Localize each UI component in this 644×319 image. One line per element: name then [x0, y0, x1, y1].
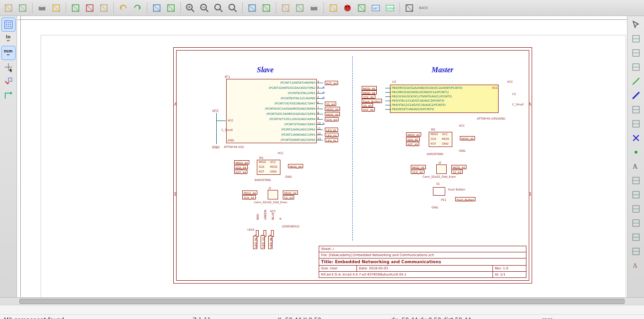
- library-editor-icon[interactable]: [279, 1, 292, 15]
- s1-net[interactable]: Push_Button: [455, 197, 475, 201]
- svg-text:BOM: BOM: [387, 7, 394, 10]
- navigate-hierarchy-icon[interactable]: [246, 1, 259, 15]
- ic1-net-5[interactable]: MOSI_44: [325, 107, 340, 111]
- net-label-icon[interactable]: A: [629, 160, 643, 173]
- j1-body[interactable]: [268, 190, 278, 199]
- s1-ps1: PS1: [441, 198, 446, 201]
- m1-left-net-2[interactable]: RST_44: [234, 170, 247, 174]
- m2-left-net-2[interactable]: RST_45: [406, 142, 419, 146]
- svg-point-22: [346, 6, 347, 7]
- ic1-net-0[interactable]: RST_44: [325, 81, 338, 85]
- ic1-net-4[interactable]: SS_44: [325, 102, 336, 106]
- bom-icon[interactable]: BOM: [383, 1, 397, 15]
- copy-icon[interactable]: [83, 1, 96, 15]
- edit-symbol-fields-icon[interactable]: [403, 1, 416, 15]
- bus-direction-button[interactable]: [2, 89, 15, 102]
- ic1-net-10[interactable]: LED_GL: [325, 133, 339, 137]
- zoom-in-icon[interactable]: [184, 1, 197, 15]
- zoom-fit-icon[interactable]: [226, 1, 239, 15]
- hier-sheet-icon[interactable]: [629, 202, 643, 216]
- u1-name: ATTINY45-20SUGND: [477, 117, 505, 120]
- netlist-icon[interactable]: NET: [369, 1, 382, 15]
- global-label-icon[interactable]: [629, 174, 643, 187]
- wire-icon[interactable]: [629, 75, 643, 88]
- highlight-net-icon[interactable]: [629, 32, 643, 45]
- bus-icon[interactable]: [629, 89, 643, 102]
- plot-icon[interactable]: [50, 1, 63, 15]
- ic1-net-6[interactable]: MISO_44: [325, 112, 340, 116]
- ic1-pin-1: (PCINT10/INT0/OC0A/CKOUT)PB2: [230, 86, 315, 89]
- hier-label-icon[interactable]: [629, 188, 643, 201]
- scrollbar-thumb[interactable]: [19, 299, 625, 304]
- cursor-shape-button[interactable]: [2, 60, 15, 74]
- m2-right-net[interactable]: MOSI_45: [460, 136, 475, 140]
- place-power-icon[interactable]: [629, 60, 643, 74]
- units-inch-button[interactable]: In↔: [2, 32, 15, 45]
- top-toolbar: NETBOMBACK: [0, 0, 644, 16]
- ic1-net-11[interactable]: LED_RL: [325, 138, 338, 142]
- import-hier-icon[interactable]: [629, 216, 643, 230]
- m2-left-net-0[interactable]: MISO_45: [406, 132, 421, 137]
- grid-toggle-button[interactable]: [2, 18, 15, 31]
- library-browser-icon[interactable]: [293, 1, 306, 15]
- toolbar-separator: [323, 2, 324, 14]
- m1-left-net-1[interactable]: SCK_44: [234, 165, 248, 169]
- bus-to-bus-icon[interactable]: [629, 117, 643, 130]
- command-input-row[interactable]: [0, 305, 644, 315]
- svg-text:NET: NET: [373, 7, 379, 10]
- undo-icon[interactable]: [117, 1, 130, 15]
- schematic-canvas[interactable]: A B A B Slave Master IC1 (PCINT11/RESET/…: [41, 35, 626, 297]
- hidden-pins-button[interactable]: [2, 75, 15, 88]
- master-title: Master: [432, 66, 453, 74]
- annotate-icon[interactable]: [327, 1, 340, 15]
- place-symbol-icon[interactable]: [629, 46, 643, 60]
- units-mm-button[interactable]: mm↔: [2, 46, 15, 60]
- erc-icon[interactable]: [341, 1, 354, 15]
- paste-icon[interactable]: [97, 1, 110, 15]
- ic1-pin-10: (PCINT1/AIN0/ADC1)PA1: [230, 133, 315, 136]
- ic1-csmall: C_Small: [221, 128, 233, 131]
- j2-body[interactable]: [436, 164, 447, 174]
- hier-pin-icon[interactable]: [629, 231, 643, 244]
- m1-left-net-0[interactable]: MISO_44: [234, 160, 249, 164]
- leave-sheet-icon[interactable]: [260, 1, 273, 15]
- no-connect-icon[interactable]: [629, 131, 643, 145]
- svg-point-39: [10, 26, 11, 27]
- m1-right-net[interactable]: MOSI_44: [288, 164, 303, 168]
- s1-body[interactable]: [433, 187, 445, 196]
- footprint-editor-icon[interactable]: [307, 1, 321, 15]
- j1-name: Conn_02x02_Odd_Even: [254, 200, 287, 204]
- ic1-net-9[interactable]: LED_BL: [325, 128, 338, 132]
- horizontal-scrollbar[interactable]: [0, 297, 644, 305]
- find-icon[interactable]: [150, 1, 163, 15]
- canvas-area[interactable]: A B A B Slave Master IC1 (PCINT11/RESET/…: [17, 16, 627, 297]
- svg-rect-3: [40, 5, 44, 7]
- section-divider: [352, 56, 353, 241]
- redo-icon[interactable]: [131, 1, 144, 15]
- print-icon[interactable]: [35, 1, 49, 15]
- junction-icon[interactable]: [629, 146, 643, 159]
- new-schematic-icon[interactable]: [2, 1, 15, 15]
- wire-to-bus-icon[interactable]: [629, 103, 643, 116]
- cut-icon[interactable]: [69, 1, 82, 15]
- page-settings-icon[interactable]: [16, 1, 29, 15]
- m2-left-net-1[interactable]: SCK_45: [406, 137, 420, 141]
- text-icon[interactable]: A: [629, 259, 643, 272]
- svg-point-21: [344, 5, 351, 11]
- ic1-pin-8: (PCINT3/T0/ADC3)PA3: [230, 122, 315, 126]
- back-icon[interactable]: BACK: [417, 1, 430, 15]
- u1-c2: C2: [512, 92, 516, 95]
- u1-vcc: VCC: [507, 80, 513, 83]
- select-icon[interactable]: [629, 18, 643, 31]
- m1-vcc: VCC: [278, 151, 283, 155]
- zoom-out-icon[interactable]: [198, 1, 211, 15]
- find-replace-icon[interactable]: [164, 1, 178, 15]
- m2-name: AVRISPSMD: [427, 152, 443, 155]
- ic1-net-7[interactable]: SCK_44: [325, 117, 339, 121]
- main-area: In↔ mm↔ A B A B Slave: [0, 16, 644, 297]
- zoom-redraw-icon[interactable]: [212, 1, 225, 15]
- graphic-line-icon[interactable]: [629, 245, 643, 258]
- ic1-pin-7: (PCINT4/T1/SCL/USCK/ADC4)PA4: [230, 117, 315, 121]
- cvpcb-icon[interactable]: [355, 1, 368, 15]
- svg-rect-19: [312, 5, 316, 7]
